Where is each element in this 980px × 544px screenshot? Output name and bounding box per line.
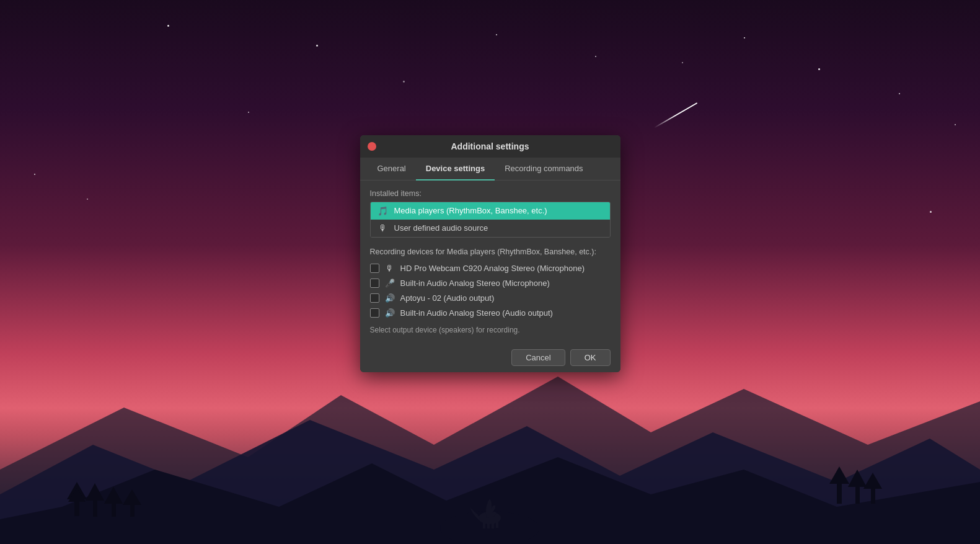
tabs-container: General Device settings Recording comman… xyxy=(360,158,620,181)
tab-general[interactable]: General xyxy=(368,158,416,181)
builtin-audio-out-icon: 🔊 xyxy=(384,308,395,318)
installed-items-list: 🎵 Media players (RhythmBox, Banshee, etc… xyxy=(370,202,611,238)
additional-settings-dialog: Additional settings General Device setti… xyxy=(360,135,620,372)
ok-button[interactable]: OK xyxy=(570,349,611,366)
dialog-titlebar: Additional settings xyxy=(360,135,620,158)
dialog-footer: Cancel OK xyxy=(360,343,620,372)
list-item-user-audio[interactable]: 🎙 User defined audio source xyxy=(371,220,610,237)
checkbox-builtin-audio-out[interactable] xyxy=(370,308,379,318)
device-item-aptoyu[interactable]: 🔊 Aptoyu - 02 (Audio output) xyxy=(370,291,611,306)
output-note: Select output device (speakers) for reco… xyxy=(370,326,611,334)
builtin-audio-out-label: Built-in Audio Analog Stereo (Audio outp… xyxy=(400,308,553,318)
builtin-mic-icon: 🎤 xyxy=(384,279,395,288)
checkbox-aptoyu[interactable] xyxy=(370,293,379,303)
hd-webcam-icon: 🎙 xyxy=(384,264,395,274)
builtin-mic-label: Built-in Audio Analog Stereo (Microphone… xyxy=(400,279,550,288)
recording-devices-label: Recording devices for Media players (Rhy… xyxy=(370,247,611,256)
dialog-overlay: Additional settings General Device setti… xyxy=(0,0,980,544)
device-item-builtin-mic[interactable]: 🎤 Built-in Audio Analog Stereo (Micropho… xyxy=(370,276,611,291)
media-players-icon: 🎵 xyxy=(377,206,389,216)
cancel-button[interactable]: Cancel xyxy=(511,349,565,366)
checkbox-hd-webcam[interactable] xyxy=(370,264,379,273)
aptoyu-label: Aptoyu - 02 (Audio output) xyxy=(400,293,495,303)
installed-items-label: Installed items: xyxy=(370,189,611,198)
tab-recording-commands[interactable]: Recording commands xyxy=(495,158,593,181)
user-audio-label: User defined audio source xyxy=(394,223,488,233)
aptoyu-icon: 🔊 xyxy=(384,293,395,303)
dialog-content: Installed items: 🎵 Media players (Rhythm… xyxy=(360,181,620,343)
close-button[interactable] xyxy=(368,142,376,151)
media-players-label: Media players (RhythmBox, Banshee, etc.) xyxy=(394,206,547,215)
hd-webcam-label: HD Pro Webcam C920 Analog Stereo (Microp… xyxy=(400,264,585,273)
user-audio-icon: 🎙 xyxy=(377,223,389,233)
dialog-title: Additional settings xyxy=(451,141,529,151)
list-item-media-players[interactable]: 🎵 Media players (RhythmBox, Banshee, etc… xyxy=(371,202,610,220)
tab-device-settings[interactable]: Device settings xyxy=(416,158,495,181)
device-item-builtin-audio-out[interactable]: 🔊 Built-in Audio Analog Stereo (Audio ou… xyxy=(370,306,611,321)
device-item-hd-webcam[interactable]: 🎙 HD Pro Webcam C920 Analog Stereo (Micr… xyxy=(370,261,611,276)
checkbox-builtin-mic[interactable] xyxy=(370,279,379,288)
